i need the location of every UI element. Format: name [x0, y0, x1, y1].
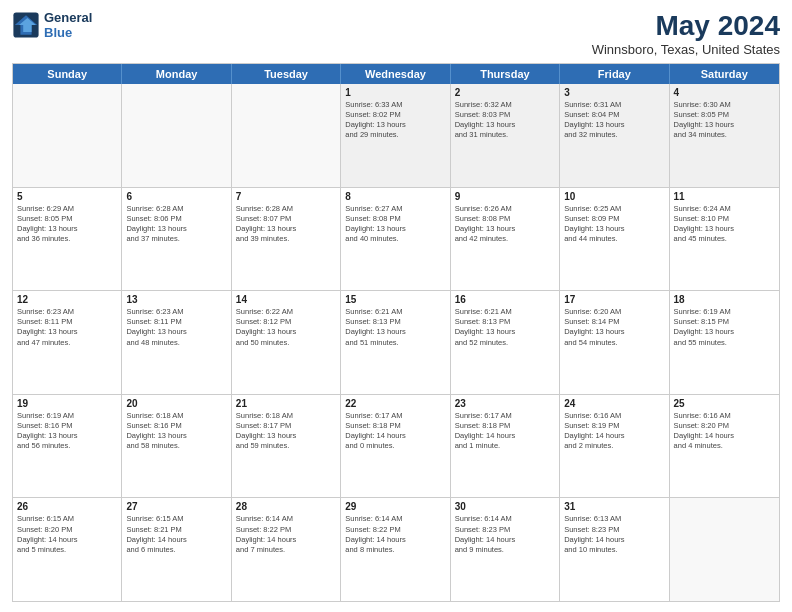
calendar-cell: 1Sunrise: 6:33 AM Sunset: 8:02 PM Daylig… [341, 84, 450, 187]
calendar-cell: 6Sunrise: 6:28 AM Sunset: 8:06 PM Daylig… [122, 188, 231, 291]
cell-info: Sunrise: 6:14 AM Sunset: 8:22 PM Dayligh… [236, 514, 336, 555]
day-number: 6 [126, 191, 226, 202]
day-number: 2 [455, 87, 555, 98]
day-number: 30 [455, 501, 555, 512]
calendar-row-5: 26Sunrise: 6:15 AM Sunset: 8:20 PM Dayli… [13, 498, 779, 601]
cell-info: Sunrise: 6:24 AM Sunset: 8:10 PM Dayligh… [674, 204, 775, 245]
calendar-row-3: 12Sunrise: 6:23 AM Sunset: 8:11 PM Dayli… [13, 291, 779, 395]
calendar-cell: 22Sunrise: 6:17 AM Sunset: 8:18 PM Dayli… [341, 395, 450, 498]
cell-info: Sunrise: 6:20 AM Sunset: 8:14 PM Dayligh… [564, 307, 664, 348]
cell-info: Sunrise: 6:22 AM Sunset: 8:12 PM Dayligh… [236, 307, 336, 348]
calendar-cell: 17Sunrise: 6:20 AM Sunset: 8:14 PM Dayli… [560, 291, 669, 394]
calendar-cell: 21Sunrise: 6:18 AM Sunset: 8:17 PM Dayli… [232, 395, 341, 498]
day-number: 16 [455, 294, 555, 305]
logo-icon [12, 11, 40, 39]
calendar-row-1: 1Sunrise: 6:33 AM Sunset: 8:02 PM Daylig… [13, 84, 779, 188]
cell-info: Sunrise: 6:26 AM Sunset: 8:08 PM Dayligh… [455, 204, 555, 245]
calendar: SundayMondayTuesdayWednesdayThursdayFrid… [12, 63, 780, 602]
day-number: 13 [126, 294, 226, 305]
header-day-friday: Friday [560, 64, 669, 84]
cell-info: Sunrise: 6:29 AM Sunset: 8:05 PM Dayligh… [17, 204, 117, 245]
header: General Blue May 2024 Winnsboro, Texas, … [12, 10, 780, 57]
calendar-body: 1Sunrise: 6:33 AM Sunset: 8:02 PM Daylig… [13, 84, 779, 601]
calendar-cell: 25Sunrise: 6:16 AM Sunset: 8:20 PM Dayli… [670, 395, 779, 498]
day-number: 19 [17, 398, 117, 409]
day-number: 25 [674, 398, 775, 409]
cell-info: Sunrise: 6:32 AM Sunset: 8:03 PM Dayligh… [455, 100, 555, 141]
day-number: 23 [455, 398, 555, 409]
header-day-thursday: Thursday [451, 64, 560, 84]
day-number: 7 [236, 191, 336, 202]
header-day-wednesday: Wednesday [341, 64, 450, 84]
day-number: 24 [564, 398, 664, 409]
cell-info: Sunrise: 6:33 AM Sunset: 8:02 PM Dayligh… [345, 100, 445, 141]
calendar-cell: 26Sunrise: 6:15 AM Sunset: 8:20 PM Dayli… [13, 498, 122, 601]
calendar-cell: 10Sunrise: 6:25 AM Sunset: 8:09 PM Dayli… [560, 188, 669, 291]
header-day-tuesday: Tuesday [232, 64, 341, 84]
calendar-cell: 28Sunrise: 6:14 AM Sunset: 8:22 PM Dayli… [232, 498, 341, 601]
cell-info: Sunrise: 6:16 AM Sunset: 8:19 PM Dayligh… [564, 411, 664, 452]
cell-info: Sunrise: 6:15 AM Sunset: 8:21 PM Dayligh… [126, 514, 226, 555]
calendar-cell: 12Sunrise: 6:23 AM Sunset: 8:11 PM Dayli… [13, 291, 122, 394]
calendar-row-4: 19Sunrise: 6:19 AM Sunset: 8:16 PM Dayli… [13, 395, 779, 499]
calendar-cell: 31Sunrise: 6:13 AM Sunset: 8:23 PM Dayli… [560, 498, 669, 601]
cell-info: Sunrise: 6:14 AM Sunset: 8:23 PM Dayligh… [455, 514, 555, 555]
day-number: 8 [345, 191, 445, 202]
cell-info: Sunrise: 6:18 AM Sunset: 8:17 PM Dayligh… [236, 411, 336, 452]
day-number: 27 [126, 501, 226, 512]
cell-info: Sunrise: 6:28 AM Sunset: 8:06 PM Dayligh… [126, 204, 226, 245]
calendar-cell [232, 84, 341, 187]
day-number: 4 [674, 87, 775, 98]
calendar-row-2: 5Sunrise: 6:29 AM Sunset: 8:05 PM Daylig… [13, 188, 779, 292]
day-number: 3 [564, 87, 664, 98]
cell-info: Sunrise: 6:18 AM Sunset: 8:16 PM Dayligh… [126, 411, 226, 452]
calendar-cell: 5Sunrise: 6:29 AM Sunset: 8:05 PM Daylig… [13, 188, 122, 291]
cell-info: Sunrise: 6:17 AM Sunset: 8:18 PM Dayligh… [345, 411, 445, 452]
day-number: 22 [345, 398, 445, 409]
day-number: 21 [236, 398, 336, 409]
calendar-cell: 8Sunrise: 6:27 AM Sunset: 8:08 PM Daylig… [341, 188, 450, 291]
day-number: 28 [236, 501, 336, 512]
logo: General Blue [12, 10, 92, 40]
calendar-cell: 19Sunrise: 6:19 AM Sunset: 8:16 PM Dayli… [13, 395, 122, 498]
subtitle: Winnsboro, Texas, United States [592, 42, 780, 57]
cell-info: Sunrise: 6:31 AM Sunset: 8:04 PM Dayligh… [564, 100, 664, 141]
day-number: 29 [345, 501, 445, 512]
calendar-cell: 23Sunrise: 6:17 AM Sunset: 8:18 PM Dayli… [451, 395, 560, 498]
cell-info: Sunrise: 6:28 AM Sunset: 8:07 PM Dayligh… [236, 204, 336, 245]
calendar-cell: 14Sunrise: 6:22 AM Sunset: 8:12 PM Dayli… [232, 291, 341, 394]
calendar-cell: 7Sunrise: 6:28 AM Sunset: 8:07 PM Daylig… [232, 188, 341, 291]
calendar-cell: 2Sunrise: 6:32 AM Sunset: 8:03 PM Daylig… [451, 84, 560, 187]
day-number: 1 [345, 87, 445, 98]
cell-info: Sunrise: 6:14 AM Sunset: 8:22 PM Dayligh… [345, 514, 445, 555]
calendar-cell: 29Sunrise: 6:14 AM Sunset: 8:22 PM Dayli… [341, 498, 450, 601]
cell-info: Sunrise: 6:15 AM Sunset: 8:20 PM Dayligh… [17, 514, 117, 555]
calendar-cell [122, 84, 231, 187]
cell-info: Sunrise: 6:30 AM Sunset: 8:05 PM Dayligh… [674, 100, 775, 141]
cell-info: Sunrise: 6:23 AM Sunset: 8:11 PM Dayligh… [17, 307, 117, 348]
cell-info: Sunrise: 6:16 AM Sunset: 8:20 PM Dayligh… [674, 411, 775, 452]
day-number: 18 [674, 294, 775, 305]
day-number: 9 [455, 191, 555, 202]
cell-info: Sunrise: 6:23 AM Sunset: 8:11 PM Dayligh… [126, 307, 226, 348]
header-day-sunday: Sunday [13, 64, 122, 84]
day-number: 5 [17, 191, 117, 202]
day-number: 14 [236, 294, 336, 305]
calendar-cell: 30Sunrise: 6:14 AM Sunset: 8:23 PM Dayli… [451, 498, 560, 601]
calendar-header: SundayMondayTuesdayWednesdayThursdayFrid… [13, 64, 779, 84]
calendar-cell: 9Sunrise: 6:26 AM Sunset: 8:08 PM Daylig… [451, 188, 560, 291]
day-number: 17 [564, 294, 664, 305]
logo-text: General Blue [44, 10, 92, 40]
calendar-cell: 15Sunrise: 6:21 AM Sunset: 8:13 PM Dayli… [341, 291, 450, 394]
calendar-cell: 13Sunrise: 6:23 AM Sunset: 8:11 PM Dayli… [122, 291, 231, 394]
title-section: May 2024 Winnsboro, Texas, United States [592, 10, 780, 57]
cell-info: Sunrise: 6:21 AM Sunset: 8:13 PM Dayligh… [345, 307, 445, 348]
cell-info: Sunrise: 6:25 AM Sunset: 8:09 PM Dayligh… [564, 204, 664, 245]
day-number: 26 [17, 501, 117, 512]
calendar-cell: 3Sunrise: 6:31 AM Sunset: 8:04 PM Daylig… [560, 84, 669, 187]
day-number: 15 [345, 294, 445, 305]
cell-info: Sunrise: 6:17 AM Sunset: 8:18 PM Dayligh… [455, 411, 555, 452]
calendar-cell [13, 84, 122, 187]
day-number: 10 [564, 191, 664, 202]
calendar-cell: 24Sunrise: 6:16 AM Sunset: 8:19 PM Dayli… [560, 395, 669, 498]
